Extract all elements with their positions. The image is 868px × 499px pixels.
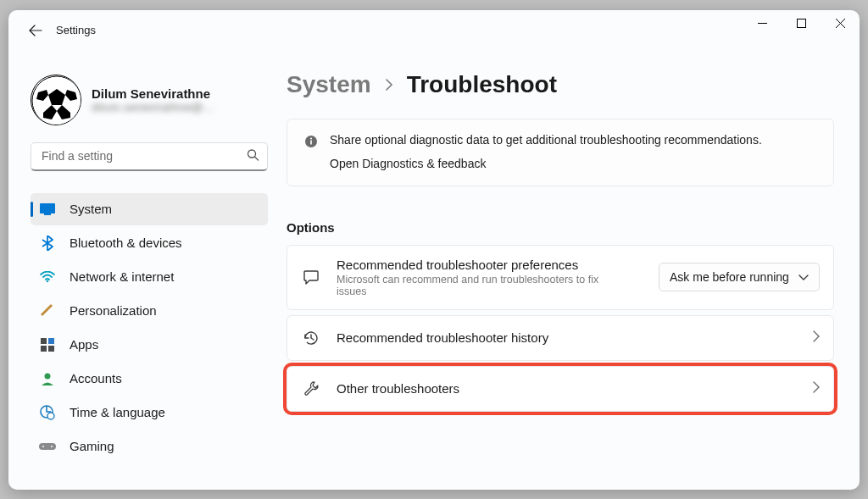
wrench-icon [301,379,321,399]
sidebar-item-label: Bluetooth & devices [70,236,182,250]
svg-rect-8 [40,203,55,213]
arrow-left-icon [29,24,42,37]
app-title: Settings [56,24,96,36]
svg-rect-13 [41,346,47,352]
diagnostics-info-card: Share optional diagnostic data to get ad… [287,119,834,186]
card-title: Recommended troubleshooter history [337,330,798,345]
sidebar-item-gaming[interactable]: Gaming [31,430,268,463]
sidebar-item-label: Accounts [70,371,122,385]
options-heading: Options [287,220,834,235]
close-icon [836,19,845,28]
breadcrumb: System Troubleshoot [287,71,834,98]
brush-icon [39,302,56,319]
monitor-icon [39,201,56,218]
sidebar-item-system[interactable]: System [31,193,268,225]
chat-icon [301,267,321,287]
sidebar-item-apps[interactable]: Apps [31,329,268,361]
chevron-right-icon [385,78,393,95]
maximize-icon [797,19,806,28]
bluetooth-icon [39,235,56,252]
search-wrap [31,142,268,171]
other-troubleshooters-card[interactable]: Other troubleshooters [287,366,834,412]
sidebar-item-network[interactable]: Network & internet [31,261,268,293]
sidebar-item-accounts[interactable]: Accounts [31,363,268,395]
sidebar-item-personalization[interactable]: Personalization [31,295,268,327]
avatar [31,75,81,125]
sidebar-item-label: Apps [70,337,98,352]
search-input[interactable] [31,142,268,171]
card-subtitle: Microsoft can recommend and run troubles… [337,274,616,297]
settings-window: Settings [8,10,860,490]
close-button[interactable] [821,10,860,37]
history-icon [301,328,321,348]
titlebar: Settings [8,10,860,51]
svg-point-19 [42,446,44,447]
svg-rect-9 [44,213,51,215]
profile-email: dilum.senevirathne@... [92,101,214,114]
sidebar-item-bluetooth[interactable]: Bluetooth & devices [31,227,268,259]
sidebar-item-label: Network & internet [70,269,174,284]
svg-point-17 [47,413,54,419]
minimize-button[interactable] [743,10,782,37]
sidebar-nav: System Bluetooth & devices Network & int… [31,193,271,463]
wifi-icon [39,269,56,286]
sidebar-item-label: Personalization [70,303,157,318]
sidebar: Dilum Senevirathne dilum.senevirathne@..… [8,51,271,490]
open-diagnostics-link[interactable]: Open Diagnostics & feedback [330,157,762,170]
svg-point-20 [51,446,53,447]
svg-rect-12 [48,338,54,344]
profile-name: Dilum Senevirathne [92,86,214,101]
minimize-icon [758,19,767,28]
maximize-button[interactable] [782,10,821,37]
chevron-right-icon [813,381,820,396]
card-title: Other troubleshooters [337,381,798,396]
chevron-down-icon [798,270,809,284]
chevron-right-icon [813,330,820,346]
breadcrumb-parent[interactable]: System [287,71,371,98]
troubleshooter-history-card[interactable]: Recommended troubleshooter history [287,315,834,361]
svg-rect-11 [41,338,47,344]
prefs-dropdown[interactable]: Ask me before running [659,263,820,291]
svg-rect-14 [48,346,54,352]
sidebar-item-label: Time & language [70,405,165,419]
grid-icon [39,336,56,353]
profile-block[interactable]: Dilum Senevirathne dilum.senevirathne@..… [31,75,271,125]
person-icon [39,370,56,387]
window-controls [743,10,860,37]
svg-point-10 [47,280,48,281]
dropdown-value: Ask me before running [670,270,789,284]
svg-rect-0 [797,19,805,28]
globe-clock-icon [39,404,56,421]
page-title: Troubleshoot [407,71,557,98]
svg-point-15 [45,373,51,379]
sidebar-item-label: System [70,202,112,216]
info-icon [304,135,318,152]
search-icon [247,148,259,164]
info-banner-text: Share optional diagnostic data to get ad… [330,133,762,147]
sidebar-item-label: Gaming [70,439,114,453]
svg-rect-18 [39,443,56,450]
card-title: Recommended troubleshooter preferences [337,258,643,272]
main-content: System Troubleshoot Share optional diagn… [271,51,860,490]
sidebar-item-time-language[interactable]: Time & language [31,396,268,429]
gamepad-icon [39,438,56,455]
svg-point-23 [310,137,312,139]
recommended-prefs-card[interactable]: Recommended troubleshooter preferences M… [287,245,834,310]
svg-rect-22 [310,140,312,144]
back-button[interactable] [19,14,53,47]
